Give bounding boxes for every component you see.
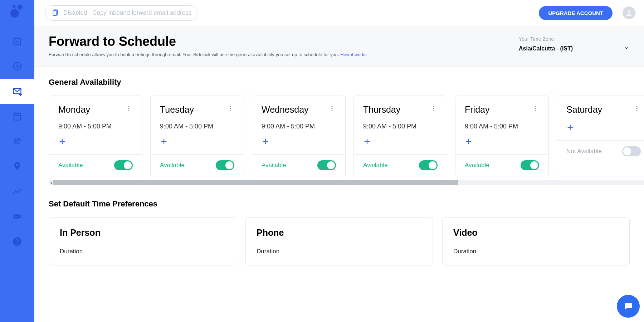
pref-card: Video Duration xyxy=(442,217,630,265)
timezone-value: Asia/Calcutta - (IST) xyxy=(519,45,573,52)
svg-point-21 xyxy=(17,192,18,194)
add-time-slot-button[interactable] xyxy=(262,137,272,148)
day-card: Monday 9:00 AM - 5:00 PM Available xyxy=(49,96,142,176)
svg-text:?: ? xyxy=(15,238,19,245)
svg-point-0 xyxy=(10,9,19,18)
day-menu-icon[interactable] xyxy=(531,104,539,112)
day-name: Thursday xyxy=(363,104,400,115)
svg-point-53 xyxy=(535,108,536,109)
sidebar: ? xyxy=(0,0,34,322)
scrollbar-thumb[interactable] xyxy=(53,180,458,185)
svg-point-57 xyxy=(636,106,637,107)
svg-rect-30 xyxy=(53,10,57,15)
topbar: Disabled - Copy inbound forward email ad… xyxy=(34,0,644,26)
svg-point-20 xyxy=(15,190,17,192)
svg-point-39 xyxy=(230,110,231,111)
pref-duration-label: Duration xyxy=(257,248,422,255)
day-card: Wednesday 9:00 AM - 5:00 PM Available xyxy=(252,96,346,176)
availability-status: Available xyxy=(465,162,489,169)
svg-point-44 xyxy=(331,110,332,111)
day-time-range: 9:00 AM - 5:00 PM xyxy=(465,123,539,130)
nav-video-add-icon[interactable] xyxy=(0,204,34,229)
how-it-works-link[interactable]: How it works xyxy=(340,52,367,57)
svg-marker-24 xyxy=(19,214,21,219)
chat-fab[interactable] xyxy=(617,295,640,318)
nav-help-icon[interactable]: ? xyxy=(0,229,34,254)
day-card: Thursday 9:00 AM - 5:00 PM Available xyxy=(353,96,447,176)
svg-point-22 xyxy=(20,189,22,190)
nav-calendar-icon[interactable] xyxy=(0,104,34,129)
svg-point-31 xyxy=(628,10,630,13)
svg-point-17 xyxy=(15,139,17,141)
horizontal-scrollbar[interactable]: ◂ xyxy=(49,180,644,185)
day-time-range: 9:00 AM - 5:00 PM xyxy=(160,123,234,130)
nav-add-icon[interactable] xyxy=(0,54,34,79)
svg-point-43 xyxy=(331,108,332,109)
upgrade-account-button[interactable]: UPGRADE ACCOUNT xyxy=(539,6,613,20)
day-time-range: 9:00 AM - 5:00 PM xyxy=(58,123,133,130)
scroll-left-arrow[interactable]: ◂ xyxy=(49,180,53,185)
day-name: Wednesday xyxy=(262,104,309,115)
day-menu-icon[interactable] xyxy=(328,104,336,112)
svg-point-48 xyxy=(433,108,434,109)
pref-card: Phone Duration xyxy=(245,217,433,265)
pref-duration-label: Duration xyxy=(453,248,619,255)
day-cards-row: Monday 9:00 AM - 5:00 PM Available Tuesd… xyxy=(49,96,644,179)
availability-toggle[interactable] xyxy=(622,146,641,156)
availability-status: Available xyxy=(363,162,388,169)
nav-forward-email-icon[interactable] xyxy=(0,79,34,104)
svg-point-33 xyxy=(128,108,129,109)
svg-point-1 xyxy=(18,5,23,10)
default-prefs-title: Set Default Time Preferences xyxy=(49,199,644,209)
day-name: Tuesday xyxy=(160,104,194,115)
availability-toggle[interactable] xyxy=(216,160,234,170)
app-logo xyxy=(10,4,24,18)
pref-title: Video xyxy=(453,228,619,238)
pref-title: In Person xyxy=(60,228,225,238)
svg-rect-13 xyxy=(14,113,21,120)
availability-toggle[interactable] xyxy=(521,160,539,170)
availability-toggle[interactable] xyxy=(114,160,133,170)
nav-analytics-icon[interactable] xyxy=(0,179,34,204)
timezone-label: Your Time Zone xyxy=(519,36,630,42)
add-time-slot-button[interactable] xyxy=(160,137,170,148)
add-time-slot-button[interactable] xyxy=(363,137,373,148)
availability-status: Not Available xyxy=(566,148,602,155)
day-menu-icon[interactable] xyxy=(125,104,133,112)
copy-email-text: Disabled - Copy inbound forward email ad… xyxy=(63,9,191,16)
nav-people-icon[interactable] xyxy=(0,129,34,154)
add-time-slot-button[interactable] xyxy=(566,123,576,134)
svg-point-38 xyxy=(230,108,231,109)
availability-status: Available xyxy=(262,162,286,169)
page-description: Forward to schedule allows you to book m… xyxy=(49,52,367,57)
availability-toggle[interactable] xyxy=(317,160,336,170)
day-menu-icon[interactable] xyxy=(633,104,641,112)
day-name: Monday xyxy=(58,104,90,115)
day-name: Saturday xyxy=(566,104,602,115)
availability-status: Available xyxy=(160,162,185,169)
day-card: Friday 9:00 AM - 5:00 PM Available xyxy=(455,96,549,176)
svg-point-52 xyxy=(535,106,536,107)
pref-duration-label: Duration xyxy=(60,248,225,255)
svg-point-54 xyxy=(535,110,536,111)
svg-point-58 xyxy=(636,108,637,109)
nav-location-icon[interactable] xyxy=(0,154,34,179)
day-time-range: 9:00 AM - 5:00 PM xyxy=(363,123,438,130)
nav-notes-icon[interactable] xyxy=(0,29,34,54)
day-menu-icon[interactable] xyxy=(226,104,234,112)
add-time-slot-button[interactable] xyxy=(58,137,68,148)
timezone-select[interactable]: Asia/Calcutta - (IST) xyxy=(519,45,630,53)
day-name: Friday xyxy=(465,104,489,115)
svg-point-2 xyxy=(13,5,15,8)
day-menu-icon[interactable] xyxy=(430,104,438,112)
copy-email-pill[interactable]: Disabled - Copy inbound forward email ad… xyxy=(45,5,198,21)
clipboard-icon xyxy=(52,9,59,18)
availability-toggle[interactable] xyxy=(419,160,438,170)
svg-point-47 xyxy=(433,106,434,107)
prefs-row: In Person Duration Phone Duration Video … xyxy=(49,217,644,265)
pref-card: In Person Duration xyxy=(49,217,236,265)
page-header: Forward to Schedule Forward to schedule … xyxy=(34,26,644,67)
add-time-slot-button[interactable] xyxy=(465,137,475,148)
page-title: Forward to Schedule xyxy=(49,34,367,49)
user-avatar[interactable] xyxy=(623,6,635,19)
